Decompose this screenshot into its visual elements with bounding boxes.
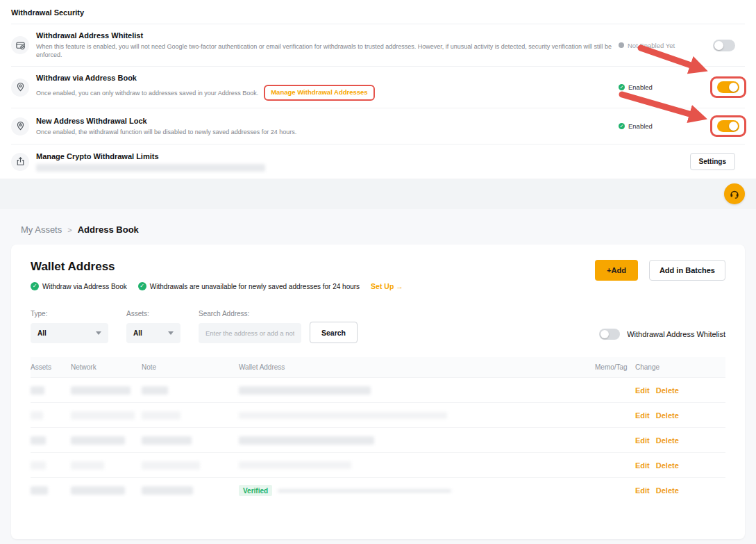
address-book-pin-icon [11,79,29,97]
redacted-note [142,486,193,495]
address-lock-pin-icon [11,117,29,135]
redacted-note [142,436,192,445]
type-dropdown[interactable]: All [31,323,108,343]
redacted-network [71,436,125,445]
search-address-input[interactable] [199,323,301,343]
chevron-down-icon [168,331,174,335]
headset-icon [729,188,740,199]
toggle-knob [729,122,738,131]
redacted-network [71,386,131,395]
row-title: Withdraw via Address Book [36,74,619,82]
edit-link[interactable]: Edit [635,486,650,495]
redacted-asset [31,461,46,470]
delete-link[interactable]: Delete [656,436,679,445]
wallet-address-card: Wallet Address ✓ Withdraw via Address Bo… [11,245,745,539]
col-change: Change [635,363,725,371]
check-circle-icon: ✓ [31,282,39,290]
card-title: Wallet Address [31,260,403,274]
badge-withdraw-via-address-book: ✓ Withdraw via Address Book [31,282,127,290]
type-label: Type: [31,310,108,318]
col-assets: Assets [31,363,71,371]
page: Withdrawal Security Withdrawal Address W… [0,0,756,544]
address-book-page: My Assets > Address Book Wallet Address … [0,209,756,544]
redacted-wallet-address [239,461,351,469]
set-up-link[interactable]: Set Up → [371,282,403,290]
verified-badge: Verified [239,485,272,496]
table-row: Verified Edit Delete [31,453,725,478]
address-book-toggle[interactable] [717,81,739,93]
section-divider-band [0,179,756,209]
breadcrumb-my-assets[interactable]: My Assets [21,224,62,235]
row-withdrawal-address-whitelist: Withdrawal Address Whitelist When this f… [11,24,745,66]
whitelist-toggle[interactable] [713,40,735,51]
edit-link[interactable]: Edit [635,411,650,420]
toggle-knob [714,41,723,50]
redacted-note [142,386,168,395]
breadcrumb: My Assets > Address Book [21,224,745,235]
assets-label: Assets: [126,310,180,318]
redacted-network [71,411,135,420]
breadcrumb-separator: > [67,226,72,234]
check-circle-icon: ✓ [619,123,625,129]
delete-link[interactable]: Delete [656,386,679,395]
whitelist-filter-toggle[interactable] [599,329,620,340]
redacted-wallet-address [239,412,447,419]
redacted-note [142,461,200,470]
delete-link[interactable]: Delete [656,461,679,470]
redacted-wallet-address [278,489,451,493]
toggle-knob [729,83,738,92]
redacted-wallet-address [239,386,371,395]
filter-bar: Type: All Assets: All Search Address: [31,310,725,343]
section-title: Withdrawal Security [11,0,745,24]
row-description: Once enabled, the withdrawal function wi… [36,128,619,136]
status-dot-icon [619,42,624,48]
col-note: Note [142,363,239,371]
check-circle-icon: ✓ [619,84,625,90]
row-title: Manage Crypto Withdrawal Limits [36,152,690,160]
delete-link[interactable]: Delete [656,486,679,495]
chevron-down-icon [96,331,101,335]
support-button[interactable] [724,183,745,204]
status-not-enabled: Not Enabled Yet [619,42,696,49]
row-new-address-withdrawal-lock: New Address Withdrawal Lock Once enabled… [11,108,745,144]
row-description: Once enabled, you can only withdraw to a… [36,89,258,97]
delete-link[interactable]: Delete [656,411,679,420]
row-manage-crypto-withdrawal-limits: Manage Crypto Withdrawal Limits Settings [11,144,745,179]
table-header-row: Assets Network Note Wallet Address Memo/… [31,357,725,378]
add-button[interactable]: +Add [595,260,638,281]
redacted-wallet-address [239,436,374,445]
manage-withdrawal-addresses-link[interactable]: Manage Withdrawal Addresses [264,85,374,101]
redacted-network [71,486,125,495]
highlight-box [710,115,746,137]
row-description: When this feature is enabled, you will n… [36,42,619,59]
withdrawal-limit-icon [11,153,29,171]
col-wallet-address: Wallet Address [239,363,595,371]
toggle-knob [600,330,609,338]
assets-dropdown[interactable]: All [126,323,180,343]
redacted-asset [31,436,46,445]
address-table: Assets Network Note Wallet Address Memo/… [31,357,725,503]
status-enabled: ✓ Enabled [619,83,696,91]
edit-link[interactable]: Edit [635,461,650,470]
withdrawal-security-section: Withdrawal Security Withdrawal Address W… [0,0,756,179]
table-row: Verified Edit Delete [31,478,725,503]
redacted-asset [31,486,48,495]
check-circle-icon: ✓ [138,282,146,290]
edit-link[interactable]: Edit [635,386,650,395]
row-title: New Address Withdrawal Lock [36,117,619,125]
redacted-asset [31,386,44,395]
search-button[interactable]: Search [310,322,358,343]
whitelist-toggle-label: Withdrawal Address Whitelist [627,330,725,338]
row-withdraw-via-address-book: Withdraw via Address Book Once enabled, … [11,66,745,108]
redacted-network [71,461,104,470]
badge-new-address-lock: ✓ Withdrawals are unavailable for newly … [138,282,360,290]
col-memo-tag: Memo/Tag [595,363,635,371]
table-row: Verified Edit Delete [31,428,725,453]
table-row: Verified Edit Delete [31,403,725,428]
add-in-batches-button[interactable]: Add in Batches [649,260,725,281]
new-address-lock-toggle[interactable] [717,120,739,132]
breadcrumb-address-book: Address Book [78,224,139,235]
edit-link[interactable]: Edit [635,436,650,445]
settings-button[interactable]: Settings [690,153,735,170]
row-title: Withdrawal Address Whitelist [36,31,619,40]
